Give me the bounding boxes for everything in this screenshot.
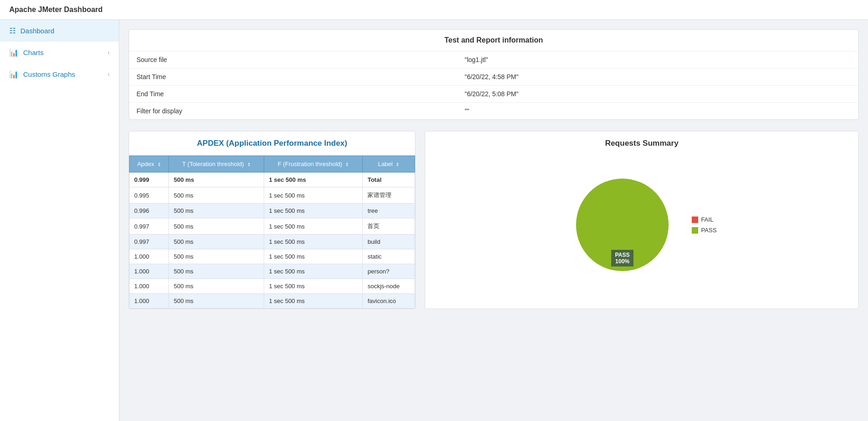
t-threshold: 500 ms xyxy=(169,187,264,204)
t-threshold: 500 ms xyxy=(169,279,264,294)
info-value: "" xyxy=(457,103,858,120)
apdex-value: 0.997 xyxy=(130,218,169,235)
charts-icon: 📊 xyxy=(9,48,19,57)
row-label: person? xyxy=(363,264,415,279)
legend: FAIL PASS xyxy=(692,216,717,234)
t-threshold: 500 ms xyxy=(169,294,264,309)
test-info-row: Filter for display "" xyxy=(129,103,858,120)
legend-item-pass: PASS xyxy=(692,227,717,234)
t-threshold: 500 ms xyxy=(169,235,264,249)
f-threshold: 1 sec 500 ms xyxy=(264,294,363,309)
row-label: 首页 xyxy=(363,218,415,235)
apdex-col-header[interactable]: Label ⇕ xyxy=(363,156,415,173)
test-info-table: Source file "log1.jtl" Start Time "6/20/… xyxy=(129,51,858,119)
pass-label: PASS xyxy=(701,227,717,234)
main-content: Test and Report information Source file … xyxy=(119,20,868,421)
apdex-col-header[interactable]: F (Frustration threshold) ⇕ xyxy=(264,156,363,173)
info-value: "6/20/22, 4:58 PM" xyxy=(457,68,858,86)
info-label: End Time xyxy=(129,86,457,103)
row-label: Total xyxy=(363,173,415,187)
chevron-charts-icon: ‹ xyxy=(108,50,110,56)
bottom-row: APDEX (Application Performance Index) Ap… xyxy=(129,131,859,320)
f-threshold: 1 sec 500 ms xyxy=(264,173,363,187)
chevron-customs-icon: ‹ xyxy=(108,71,110,78)
requests-summary-title: Requests Summary xyxy=(425,131,858,155)
apdex-row: 1.000 500 ms 1 sec 500 ms person? xyxy=(130,264,415,279)
t-threshold: 500 ms xyxy=(169,218,264,235)
apdex-row: 0.995 500 ms 1 sec 500 ms 家谱管理 xyxy=(130,187,415,204)
info-label: Source file xyxy=(129,51,457,68)
test-info-row: End Time "6/20/22, 5:08 PM" xyxy=(129,86,858,103)
test-info-card: Test and Report information Source file … xyxy=(129,29,859,120)
app-title: Apache JMeter Dashboard xyxy=(9,6,103,13)
t-threshold: 500 ms xyxy=(169,249,264,264)
apdex-row: 1.000 500 ms 1 sec 500 ms favicon.ico xyxy=(130,294,415,309)
test-info-title: Test and Report information xyxy=(129,30,858,51)
sidebar-item-charts[interactable]: 📊 Charts ‹ xyxy=(0,42,119,63)
info-value: "6/20/22, 5:08 PM" xyxy=(457,86,858,103)
row-label: build xyxy=(363,235,415,249)
apdex-value: 0.999 xyxy=(130,173,169,187)
apdex-row: 0.999 500 ms 1 sec 500 ms Total xyxy=(130,173,415,187)
f-threshold: 1 sec 500 ms xyxy=(264,249,363,264)
apdex-row: 1.000 500 ms 1 sec 500 ms sockjs-node xyxy=(130,279,415,294)
requests-body: PASS100% FAIL PASS xyxy=(425,155,858,294)
row-label: sockjs-node xyxy=(363,279,415,294)
info-label: Filter for display xyxy=(129,103,457,120)
sidebar-item-dashboard[interactable]: ☷ Dashboard xyxy=(0,20,119,42)
sort-icon: ⇕ xyxy=(344,162,349,167)
apdex-table: Apdex ⇕T (Toleration threshold) ⇕F (Frus… xyxy=(129,155,415,309)
test-info-row: Source file "log1.jtl" xyxy=(129,51,858,68)
apdex-value: 1.000 xyxy=(130,294,169,309)
row-label: favicon.ico xyxy=(363,294,415,309)
t-threshold: 500 ms xyxy=(169,173,264,187)
apdex-value: 0.995 xyxy=(130,187,169,204)
apdex-value: 0.997 xyxy=(130,235,169,249)
f-threshold: 1 sec 500 ms xyxy=(264,235,363,249)
legend-item-fail: FAIL xyxy=(692,216,717,223)
info-value: "log1.jtl" xyxy=(457,51,858,68)
f-threshold: 1 sec 500 ms xyxy=(264,264,363,279)
apdex-row: 0.997 500 ms 1 sec 500 ms build xyxy=(130,235,415,249)
sidebar-item-customs-graphs[interactable]: 📊 Customs Graphs ‹ xyxy=(0,63,119,85)
customs-graphs-icon: 📊 xyxy=(9,70,19,79)
t-threshold: 500 ms xyxy=(169,264,264,279)
sidebar: ☷ Dashboard 📊 Charts ‹ 📊 Customs Graphs … xyxy=(0,20,119,421)
apdex-value: 0.996 xyxy=(130,204,169,218)
dashboard-icon: ☷ xyxy=(9,26,16,35)
apdex-row: 1.000 500 ms 1 sec 500 ms static xyxy=(130,249,415,264)
apdex-value: 1.000 xyxy=(130,249,169,264)
app-header: Apache JMeter Dashboard xyxy=(0,0,868,20)
sidebar-label-dashboard: Dashboard xyxy=(20,27,54,35)
row-label: tree xyxy=(363,204,415,218)
apdex-value: 1.000 xyxy=(130,279,169,294)
apdex-col-header[interactable]: Apdex ⇕ xyxy=(130,156,169,173)
f-threshold: 1 sec 500 ms xyxy=(264,218,363,235)
apdex-row: 0.996 500 ms 1 sec 500 ms tree xyxy=(130,204,415,218)
sidebar-label-charts: Charts xyxy=(23,49,43,56)
apdex-row: 0.997 500 ms 1 sec 500 ms 首页 xyxy=(130,218,415,235)
f-threshold: 1 sec 500 ms xyxy=(264,187,363,204)
apdex-value: 1.000 xyxy=(130,264,169,279)
pie-label: PASS100% xyxy=(611,250,633,266)
fail-label: FAIL xyxy=(701,216,713,223)
fail-color-box xyxy=(692,217,698,223)
t-threshold: 500 ms xyxy=(169,204,264,218)
row-label: static xyxy=(363,249,415,264)
info-label: Start Time xyxy=(129,68,457,86)
pie-chart: PASS100% xyxy=(567,169,678,280)
row-label: 家谱管理 xyxy=(363,187,415,204)
requests-summary-card: Requests Summary PASS100% FAIL xyxy=(425,131,859,309)
test-info-row: Start Time "6/20/22, 4:58 PM" xyxy=(129,68,858,86)
sort-icon: ⇕ xyxy=(156,162,161,167)
f-threshold: 1 sec 500 ms xyxy=(264,204,363,218)
sort-icon: ⇕ xyxy=(246,162,251,167)
sidebar-label-customs-graphs: Customs Graphs xyxy=(23,70,75,78)
apdex-card: APDEX (Application Performance Index) Ap… xyxy=(129,131,415,309)
sort-icon: ⇕ xyxy=(395,162,400,167)
pass-color-box xyxy=(692,227,698,234)
f-threshold: 1 sec 500 ms xyxy=(264,279,363,294)
apdex-col-header[interactable]: T (Toleration threshold) ⇕ xyxy=(169,156,264,173)
apdex-title: APDEX (Application Performance Index) xyxy=(129,131,415,155)
